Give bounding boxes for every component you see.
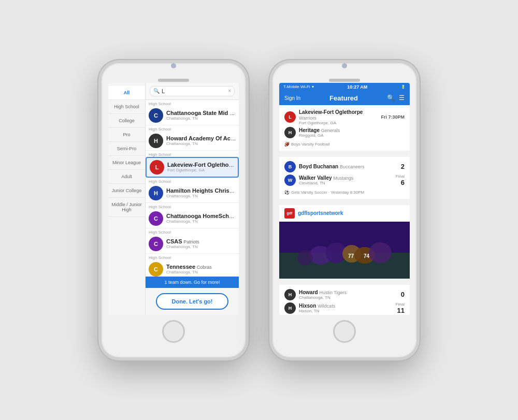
sidebar-item-junior-college[interactable]: Junior College [108,184,145,198]
clear-search-button[interactable]: × [228,88,231,94]
result-item-chattstate[interactable]: C Chattanooga State Mid College Warriors… [146,106,239,125]
walker-location: Cleveland, TN [299,181,391,185]
status-bar: T-Mobile Wi-Fi ▾ 10:27 AM 🔋 [279,83,410,91]
status-time: 10:27 AM [347,84,367,90]
menu-icon[interactable]: ☰ [399,94,405,102]
search-input-container[interactable]: 🔍 L × [150,86,235,96]
scene: All High School College Pro Semi-Pro Min… [83,45,435,376]
team-logo-hamilton: H [149,186,163,200]
team-info-chathome: Chattanooga HomeSchool Patriots Chattano… [166,213,236,224]
walker-name: Walker Valley Mustangs [299,175,391,181]
boyd-logo: B [284,161,296,172]
game2-final: Final [394,302,405,307]
team-name-lakeview: Lakeview-Fort Oglethorpe Warriors [167,162,235,168]
game1-final: Final [394,174,405,179]
team-info-tennessee: Tennessee Cobras Chattanooga, TN [166,264,236,274]
done-button[interactable]: Done. Let's go! [156,293,228,310]
team-logo-tennessee: C [149,262,163,277]
result-item-hamilton[interactable]: H Hamilton Heights Christian Hawks Chatt… [146,184,239,203]
left-phone: All High School College Pro Semi-Pro Min… [98,60,249,360]
featured-game-time: Fri 7:30PM [381,114,405,120]
featured-team2-row: H Heritage Generals Ringgold, GA [284,127,405,138]
search-input[interactable]: L [162,88,226,94]
result-item-howard[interactable]: H Howard Academy Of Academics Tech Chatt… [146,132,239,151]
status-right: 🔋 [401,85,406,89]
team-name-csas: CSAS Patriots [166,238,236,244]
result-category-6: High School [146,254,239,260]
heritage-logo: H [284,127,296,138]
media-card[interactable]: gdf gdflsportsnetwork [279,205,410,279]
sidebar-item-middle-junior[interactable]: Middle / Junior High [108,198,145,217]
boyd-info: Boyd Buchanan Buccaneers [299,164,391,169]
right-screen: T-Mobile Wi-Fi ▾ 10:27 AM 🔋 Sign In Feat… [279,83,410,315]
media-image: 77 74 CRESCENT CITY vs BAYOU [279,222,410,279]
media-header: gdf gdflsportsnetwork [279,205,410,222]
team-location-lakeview: Fort Oglethorpe, GA [167,168,235,172]
result-item-chathome[interactable]: C Chattanooga HomeSchool Patriots Chatta… [146,209,239,228]
game2-score1: 0 [394,291,405,298]
team-logo-chathome: C [149,211,163,226]
svg-text:77: 77 [348,253,354,259]
home-button-left[interactable] [162,320,185,343]
team-location-chattstate: Chattanooga, TN [166,116,236,121]
search-main: 🔍 L × High School C Chattanooga [146,83,239,315]
team-info-chattstate: Chattanooga State Mid College Warriors C… [166,110,236,121]
game2-team2-row: H Hixson Wildcats Hixson, TN [284,302,405,314]
result-item-csas[interactable]: C CSAS Patriots Chattanooga, TN [146,235,239,254]
result-category-1: High School [146,125,239,132]
featured-team1-row: L Lakeview-Fort Oglethorpe Warriors Fort… [284,109,405,125]
game1-card[interactable]: B Boyd Buchanan Buccaneers 2 [279,157,410,199]
nav-bar: Sign In Featured 🔍 ☰ [279,91,410,105]
sidebar-item-pro[interactable]: Pro [108,128,145,142]
search-nav-icon[interactable]: 🔍 [387,94,395,102]
result-item-lakeview[interactable]: L Lakeview-Fort Oglethorpe Warriors Fort… [146,157,239,178]
sidebar-item-minor-league[interactable]: Minor League [108,156,145,170]
sidebar-item-adult[interactable]: Adult [108,170,145,184]
heritage-info: Heritage Generals Ringgold, GA [299,127,405,138]
search-icon: 🔍 [153,88,160,94]
result-category-4: High School [146,203,239,209]
walker-logo: W [284,175,296,186]
team-logo-howard: H [149,134,163,148]
howard-r-logo: H [284,289,296,300]
heritage-name: Heritage Generals [299,127,405,133]
sidebar-item-high-school[interactable]: High School [108,100,145,114]
svg-text:74: 74 [364,253,370,259]
game1-team2-row: W Walker Valley Mustangs Cleveland, TN [284,174,405,186]
howard-r-info: Howard Hustin Tigers Chattanooga, TN [299,289,391,300]
walker-info: Walker Valley Mustangs Cleveland, TN [299,175,391,185]
team-location-csas: Chattanooga, TN [166,244,236,249]
game1-sport-label: ⚽ Girls Varsity Soccer · Yesterday 8:30P… [284,190,405,195]
featured-screen: T-Mobile Wi-Fi ▾ 10:27 AM 🔋 Sign In Feat… [279,83,410,315]
home-button-right[interactable] [333,320,356,343]
team-name-chathome: Chattanooga HomeSchool Patriots [166,213,236,219]
speaker-right [329,79,360,82]
media-logo: gdf [284,208,295,219]
carrier-label: T-Mobile Wi-Fi [283,84,310,89]
bottom-bar: 1 team down. Go for more! [146,277,239,288]
result-item-tennessee[interactable]: C Tennessee Cobras Chattanooga, TN [146,260,239,277]
lakeview-location: Fort Oglethorpe, GA [299,121,378,125]
sidebar-item-semi-pro[interactable]: Semi-Pro [108,142,145,156]
sidebar-item-college[interactable]: College [108,114,145,128]
game1-score2: 6 [394,179,405,186]
featured-sport-label: 🏈 Boys Varsity Football [284,142,405,147]
left-screen: All High School College Pro Semi-Pro Min… [108,83,239,315]
sign-in-button[interactable]: Sign In [284,95,300,101]
team-location-howard: Chattanooga, TN [166,141,236,146]
result-category-3: High School [146,178,239,184]
sidebar-item-all[interactable]: All [108,86,145,100]
lakeview-name: Lakeview-Fort Oglethorpe Warriors [299,109,378,121]
lakeview-logo: L [284,111,296,123]
right-phone: T-Mobile Wi-Fi ▾ 10:27 AM 🔋 Sign In Feat… [269,60,420,360]
featured-game-card[interactable]: L Lakeview-Fort Oglethorpe Warriors Fort… [279,105,410,151]
hixson-info: Hixson Wildcats Hixson, TN [299,303,391,313]
featured-content: L Lakeview-Fort Oglethorpe Warriors Fort… [279,105,410,315]
team-info-howard: Howard Academy Of Academics Tech Chattan… [166,135,236,146]
game2-card[interactable]: H Howard Hustin Tigers Chattanooga, TN [279,285,410,315]
game2-team1-row: H Howard Hustin Tigers Chattanooga, TN [284,289,405,300]
result-category-2: High School [146,151,239,157]
team-logo-lakeview: L [150,160,164,175]
hixson-location: Hixson, TN [299,309,391,313]
media-channel-name: gdflsportsnetwork [298,210,343,216]
